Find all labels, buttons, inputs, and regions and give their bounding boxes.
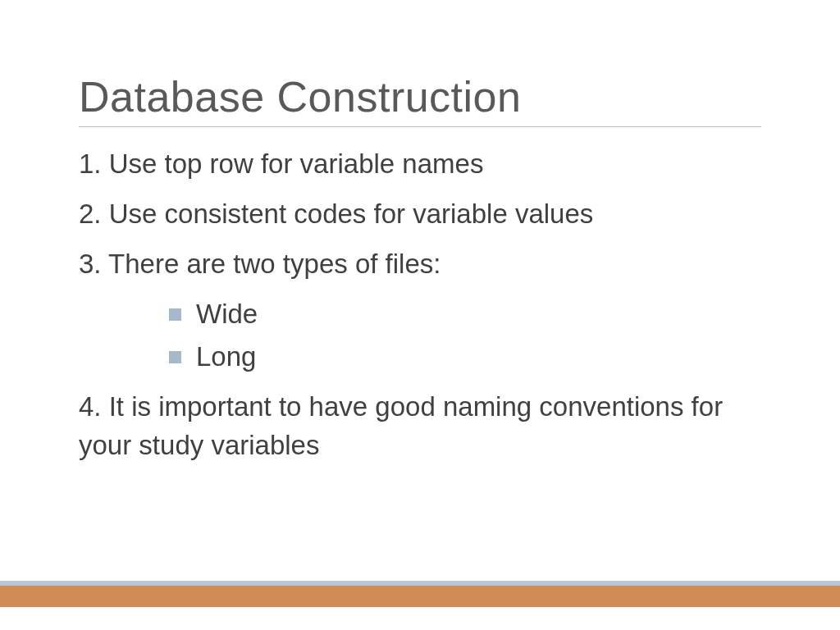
list-item: 2. Use consistent codes for variable val…: [79, 195, 761, 234]
sublist: Wide Long: [169, 295, 761, 377]
list-item: 1. Use top row for variable names: [79, 145, 761, 184]
list-item: 4. It is important to have good naming c…: [79, 388, 761, 465]
accent-bar-orange: [0, 586, 840, 607]
list-item: 3. There are two types of files:: [79, 245, 761, 284]
square-bullet-icon: [169, 351, 181, 363]
footer-bars: [0, 581, 840, 607]
sublist-label: Long: [196, 338, 256, 377]
sublist-label: Wide: [196, 295, 258, 334]
square-bullet-icon: [169, 308, 181, 321]
slide: Database Construction 1. Use top row for…: [0, 0, 840, 630]
slide-title: Database Construction: [79, 72, 761, 127]
slide-body: 1. Use top row for variable names 2. Use…: [79, 145, 761, 465]
sublist-item: Wide: [169, 295, 761, 334]
sublist-item: Long: [169, 338, 761, 377]
